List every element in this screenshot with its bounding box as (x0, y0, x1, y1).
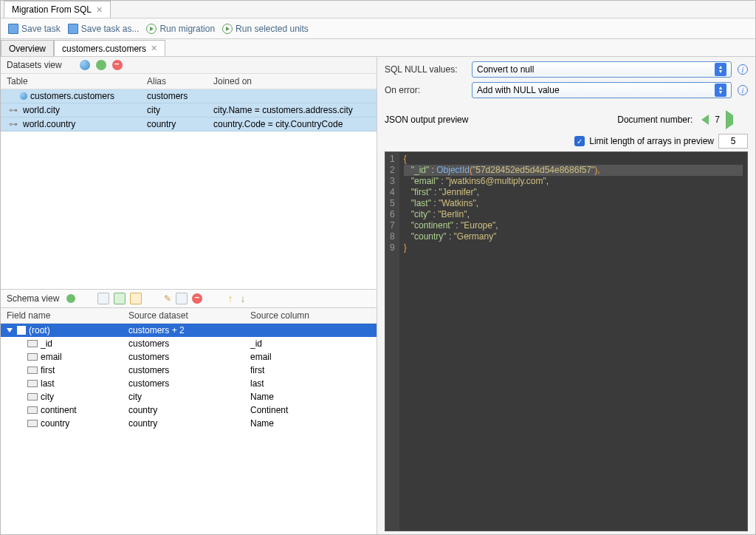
limit-checkbox[interactable]: ✓ (574, 136, 585, 146)
tool-add-field[interactable] (130, 293, 142, 304)
on-error-value: Add with NULL value (477, 85, 560, 95)
dataset-row[interactable]: ⊶world.city city city.Name = customers.a… (1, 103, 377, 117)
field-icon (27, 353, 38, 361)
tool-edit[interactable] (176, 293, 188, 304)
preview-title: JSON output preview (385, 115, 468, 125)
field-dataset: city (128, 392, 250, 402)
save-icon (8, 24, 18, 34)
edit-icon[interactable]: ✎ (164, 293, 171, 304)
run-migration-button[interactable]: Run migration (146, 24, 215, 34)
field-icon (27, 367, 38, 374)
dataset-joined (213, 91, 371, 101)
root-dataset: customers + 2 (128, 325, 250, 335)
next-doc-icon[interactable] (726, 110, 748, 129)
close-icon[interactable]: ✕ (96, 5, 103, 15)
schema-row[interactable]: emailcustomersemail (1, 350, 377, 364)
col-alias: Alias (147, 76, 213, 86)
run-selected-button[interactable]: Run selected units (222, 24, 309, 34)
schema-row[interactable]: continentcountryContinent (1, 403, 377, 417)
dataset-row[interactable]: ⊶world.country country country.Code = ci… (1, 117, 377, 132)
root-label: (root) (29, 325, 50, 335)
schema-row[interactable]: firstcustomersfirst (1, 364, 377, 377)
schema-row[interactable]: citycityName (1, 390, 377, 403)
doc-number-label: Document number: (617, 115, 693, 125)
join-icon: ⊶ (7, 119, 20, 129)
field-icon (27, 393, 38, 401)
select-arrows-icon: ▲▼ (715, 63, 726, 76)
run-migration-label: Run migration (159, 24, 215, 34)
schema-icon[interactable] (66, 294, 75, 303)
dataset-alias: city (147, 105, 213, 115)
field-icon (27, 420, 38, 427)
field-column: Name (250, 392, 371, 402)
info-icon[interactable]: i (738, 85, 748, 95)
schema-row[interactable]: lastcustomerslast (1, 377, 377, 390)
remove-dataset-icon[interactable] (112, 60, 123, 70)
col-table: Table (7, 76, 147, 86)
move-down-icon[interactable]: ↓ (240, 293, 245, 304)
field-name: email (41, 352, 62, 362)
link-dataset-icon[interactable] (96, 60, 106, 70)
field-column: Name (250, 418, 371, 429)
dataset-table: customers.customers (30, 91, 114, 101)
save-task-button[interactable]: Save task (8, 24, 61, 34)
limit-input[interactable] (718, 134, 748, 149)
doc-number-value: 7 (715, 115, 720, 125)
dataset-row[interactable]: customers.customers customers (1, 89, 377, 103)
on-error-label: On error: (385, 85, 466, 95)
field-dataset: customers (128, 352, 250, 362)
window-tab-title: Migration From SQL (12, 4, 92, 15)
col-field: Field name (7, 310, 128, 321)
close-icon[interactable]: ✕ (151, 44, 157, 53)
field-name: city (41, 392, 54, 402)
dataset-table: world.city (23, 105, 60, 115)
window-tab[interactable]: Migration From SQL ✕ (4, 1, 111, 18)
editor-gutter: 123456789 (385, 152, 399, 531)
tool-add-object[interactable] (97, 293, 109, 304)
tab-overview[interactable]: Overview (1, 40, 54, 56)
schema-tools (97, 293, 142, 304)
sql-null-select[interactable]: Convert to null ▲▼ (472, 61, 732, 78)
preview-header: JSON output preview Document number: 7 (385, 110, 748, 129)
json-preview-editor[interactable]: 123456789 { "_id" : ObjectId("57d28452ed… (385, 151, 748, 531)
sql-null-row: SQL NULL values: Convert to null ▲▼ i (385, 61, 748, 78)
col-source-column: Source column (250, 310, 371, 321)
add-dataset-icon[interactable] (80, 60, 90, 70)
field-name: country (41, 418, 69, 429)
tab-customers[interactable]: customers.customers ✕ (54, 40, 165, 56)
expand-icon[interactable] (7, 328, 13, 333)
datasets-view-title: Datasets view (7, 60, 62, 70)
tool-add-array[interactable] (114, 293, 126, 304)
save-as-icon (68, 24, 78, 34)
schema-header-row: Field name Source dataset Source column (1, 308, 377, 324)
field-icon (27, 340, 38, 347)
field-column: first (250, 365, 371, 375)
schema-row[interactable]: _idcustomers_id (1, 337, 377, 350)
field-dataset: customers (128, 338, 250, 349)
root-column (250, 325, 371, 335)
play-icon (222, 24, 233, 34)
move-up-icon[interactable]: ↑ (227, 293, 233, 304)
field-name: continent (41, 405, 77, 415)
limit-row: ✓ Limit length of arrays in preview (385, 134, 748, 149)
info-icon[interactable]: i (738, 64, 748, 75)
save-task-as-button[interactable]: Save task as... (68, 24, 140, 34)
field-column: email (250, 352, 371, 362)
datasets-body: customers.customers customers ⊶world.cit… (1, 89, 377, 289)
tab-customers-label: customers.customers (62, 44, 146, 54)
field-icon (27, 380, 38, 387)
dataset-joined: city.Name = customers.address.city (213, 105, 371, 115)
limit-label: Limit length of arrays in preview (589, 136, 714, 146)
sql-null-label: SQL NULL values: (385, 64, 466, 75)
schema-root-row[interactable]: {}(root) customers + 2 (1, 324, 377, 337)
dataset-table: world.country (23, 119, 75, 129)
remove-field-icon[interactable] (192, 293, 202, 304)
dataset-alias: country (147, 119, 213, 129)
on-error-select[interactable]: Add with NULL value ▲▼ (472, 82, 732, 98)
save-task-label: Save task (21, 24, 61, 34)
prev-doc-icon[interactable] (698, 115, 709, 125)
schema-edit-tools: ✎ (164, 293, 202, 304)
field-name: last (41, 378, 55, 389)
schema-row[interactable]: countrycountryName (1, 417, 377, 430)
datasets-header-row: Table Alias Joined on (1, 74, 377, 89)
